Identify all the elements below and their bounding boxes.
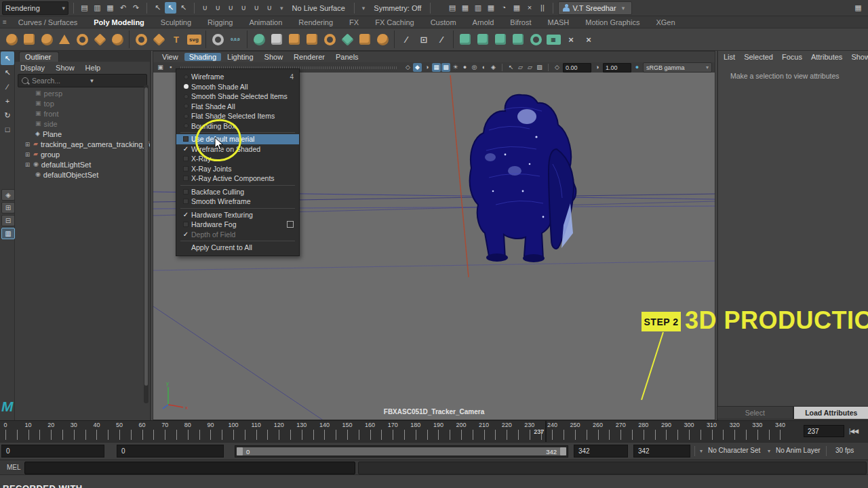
outliner-item-defaultLightSet[interactable]: ⊞◉defaultLightSet <box>15 159 150 169</box>
menu-item-x-ray-active-components[interactable]: X-Ray Active Components <box>176 174 299 184</box>
range-slider-bar[interactable] <box>237 447 566 455</box>
select-hierarchy-icon[interactable]: ↖ <box>165 2 176 14</box>
bridge-icon[interactable] <box>492 30 509 49</box>
range-start-handle[interactable] <box>237 447 243 455</box>
poly-sphere-icon[interactable] <box>3 30 20 49</box>
character-set-dropdown[interactable]: No Character Set <box>708 447 760 454</box>
animation-start-field[interactable]: 0 <box>1 445 104 458</box>
panel-menu-view[interactable]: View <box>157 53 183 61</box>
lighting-icon[interactable]: ☀ <box>451 63 460 72</box>
shelf-tab-rendering[interactable]: Rendering <box>291 18 340 26</box>
pause-viewport-icon[interactable]: || <box>536 2 548 14</box>
menu-item-hardware-fog[interactable]: Hardware Fog <box>176 220 299 230</box>
scrollbar-thumb[interactable] <box>144 87 148 386</box>
mirror-icon[interactable] <box>338 30 356 49</box>
panel-camera-icon[interactable]: ▣ <box>156 63 165 72</box>
platonic-solid-icon[interactable] <box>132 30 150 49</box>
menu-item-x-ray[interactable]: X-Ray <box>176 154 299 164</box>
shelf-tab-sculpting[interactable]: Sculpting <box>153 18 199 26</box>
quad-draw-icon[interactable]: ▦ <box>545 30 562 49</box>
multi-cut-icon[interactable] <box>509 30 527 49</box>
wireframe-on-shaded-icon[interactable]: ▩ <box>441 63 450 72</box>
outliner-title[interactable]: Outliner <box>19 52 59 62</box>
textured-display-icon[interactable]: ◑ <box>422 63 431 72</box>
rotate-tool-icon[interactable]: ↻ <box>1 108 14 122</box>
four-pane-layout-icon[interactable]: ⊞ <box>1 202 15 214</box>
menu-item-smooth-shade-selected-items[interactable]: Smooth Shade Selected Items <box>176 92 299 102</box>
outliner-menu-help[interactable]: Help <box>85 64 101 72</box>
mel-label[interactable]: MEL <box>7 464 21 471</box>
shelf-tab-bifrost[interactable]: Bifrost <box>502 18 538 26</box>
boolean-union-icon[interactable] <box>285 30 303 49</box>
poly-text-icon[interactable]: T <box>167 30 185 49</box>
render-sequence-icon[interactable]: ▦ <box>511 2 522 14</box>
mel-input[interactable] <box>24 462 355 474</box>
poly-plane-icon[interactable] <box>91 30 108 49</box>
extrude-icon[interactable] <box>456 30 474 49</box>
current-frame-field[interactable]: 237 <box>804 425 844 437</box>
outliner-item-front[interactable]: ▣front <box>15 108 150 119</box>
gate-mask-icon[interactable]: ▨ <box>535 63 544 72</box>
isolate-select-icon[interactable]: ↖ <box>507 63 515 72</box>
separate-icon[interactable] <box>268 30 285 49</box>
save-scene-icon[interactable]: ▦ <box>104 2 116 14</box>
outliner-menu-display[interactable]: Display <box>20 64 45 72</box>
edit-lattice-icon[interactable]: ⊡ <box>415 30 433 49</box>
curve-pen-icon[interactable]: ∕ <box>397 30 415 49</box>
open-scene-icon[interactable]: ▥ <box>92 2 103 14</box>
render-view-icon[interactable]: ▤ <box>446 2 458 14</box>
menu-item-wireframe[interactable]: Wireframe4 <box>176 72 299 82</box>
range-slider[interactable]: 0 342 <box>235 445 568 458</box>
panel-menu-panels[interactable]: Panels <box>331 53 363 61</box>
smooth-mesh-icon[interactable] <box>321 30 338 49</box>
edge-flow-icon[interactable]: × <box>562 30 580 49</box>
two-pane-layout-icon[interactable]: ⊟ <box>1 215 15 226</box>
poly-torus-icon[interactable] <box>73 30 91 49</box>
film-gate-icon[interactable]: ▱ <box>526 63 534 72</box>
chevron-down-icon[interactable]: ▾ <box>362 5 366 12</box>
outliner-item-top[interactable]: ▣top <box>15 98 150 108</box>
exposure-icon[interactable]: ◇ <box>553 63 561 72</box>
render-current-frame-icon[interactable]: ▦ <box>459 2 471 14</box>
panel-lock-icon[interactable]: ▪ <box>166 63 175 72</box>
outliner-item-group[interactable]: ⊞▰group <box>15 149 150 159</box>
shelf-tab-arnold[interactable]: Arnold <box>465 18 502 26</box>
subdivide-icon[interactable] <box>374 30 391 49</box>
image-plane-icon[interactable]: ▱ <box>516 63 525 72</box>
option-box-icon[interactable] <box>287 221 294 228</box>
outliner-menu-show[interactable]: Show <box>56 64 75 72</box>
menu-item-apply-current-to-all[interactable]: Apply Current to All <box>176 243 299 253</box>
menu-item-x-ray-joints[interactable]: X-Ray Joints <box>176 164 299 174</box>
ae-menu-focus[interactable]: Focus <box>782 53 802 61</box>
menu-item-flat-shade-all[interactable]: Flat Shade All <box>176 102 299 112</box>
ae-menu-show[interactable]: Show <box>851 53 868 61</box>
construction-plane-icon[interactable] <box>209 30 226 49</box>
snap-to-curve-icon[interactable]: ∪ <box>212 2 224 14</box>
ae-menu-list[interactable]: List <box>724 53 735 61</box>
outliner-item-defaultObjectSet[interactable]: ◉defaultObjectSet <box>15 169 150 180</box>
gamma-field[interactable]: 1.00 <box>603 63 631 73</box>
ae-menu-selected[interactable]: Selected <box>744 53 773 61</box>
redo-icon[interactable]: ↷ <box>130 2 142 14</box>
shelf-tab-mash[interactable]: MASH <box>540 18 577 26</box>
star-shape-icon[interactable] <box>150 30 167 49</box>
range-end-handle[interactable] <box>560 447 566 455</box>
expand-icon[interactable]: ⊞ <box>24 151 31 158</box>
use-default-material-icon[interactable]: ▦ <box>432 63 441 72</box>
go-to-start-icon[interactable]: |◀◀ <box>849 428 858 434</box>
menu-item-backface-culling[interactable]: Backface Culling <box>176 187 299 197</box>
shelf-menu-icon[interactable]: ≡ <box>3 18 7 26</box>
sculpt-pen-icon[interactable]: ∕ <box>433 30 450 49</box>
snap-to-point-icon[interactable]: ∪ <box>225 2 237 14</box>
select-button[interactable]: Select <box>717 406 793 420</box>
anti-alias-icon[interactable]: ◈ <box>489 63 498 72</box>
ae-menu-attributes[interactable]: Attributes <box>811 53 842 61</box>
hypershade-icon[interactable]: ◔ <box>498 2 509 14</box>
search-input[interactable]: Search... ▼ <box>18 74 147 87</box>
cut-icon[interactable]: × <box>524 2 535 14</box>
scale-tool-icon[interactable]: □ <box>1 123 14 136</box>
anim-layer-dropdown[interactable]: No Anim Layer <box>776 447 821 454</box>
make-live-icon[interactable]: ∪ <box>264 2 275 14</box>
new-scene-icon[interactable]: ▤ <box>79 2 90 14</box>
shelf-tab-xgen[interactable]: XGen <box>648 18 682 26</box>
